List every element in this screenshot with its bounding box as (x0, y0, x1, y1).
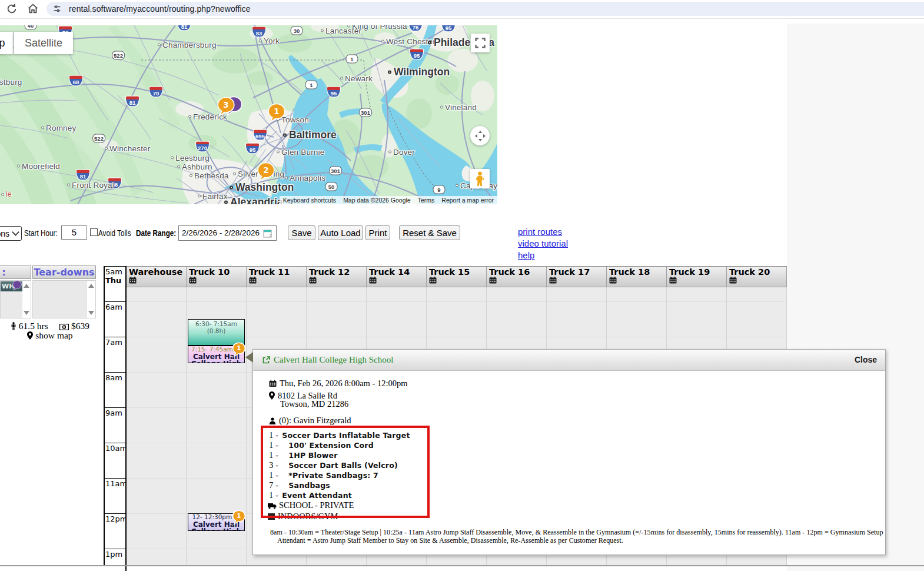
route-shield: 1 (305, 81, 318, 89)
truck-column-header[interactable]: Truck 16 (487, 267, 547, 287)
time-cell: 11am (105, 479, 127, 514)
truck-icon (268, 503, 277, 509)
map-city-label: Ashburn (177, 162, 212, 171)
keyboard-shortcuts-link[interactable]: Keyboard shortcuts (280, 196, 340, 204)
truck-column-header[interactable]: Warehouse (127, 267, 187, 287)
fullscreen-icon[interactable] (471, 34, 490, 52)
teardowns-list[interactable] (32, 280, 96, 318)
map-city-label: Alexandria (224, 196, 282, 205)
start-hour-label: Start Hour: (24, 228, 58, 238)
event-marker-balloon: 1 (231, 342, 247, 360)
datepicker-icon[interactable]: 3 (263, 229, 272, 238)
city-dot (381, 40, 384, 43)
satellite-type-button[interactable]: Satellite (14, 32, 73, 54)
calendar-icon[interactable] (429, 277, 437, 284)
start-hour-input[interactable]: 5 (61, 225, 87, 240)
pegman-icon[interactable] (470, 169, 490, 188)
routing-toolbar: ons Start Hour: 5 Avoid Tolls Date Range… (0, 225, 924, 241)
external-link-icon (262, 356, 270, 364)
home-icon[interactable] (26, 2, 39, 15)
close-button[interactable]: Close (855, 355, 877, 364)
date-range-label: Date Range: (136, 228, 176, 238)
truck-column-header[interactable]: Truck 14 (367, 267, 427, 287)
job-item-wh[interactable]: WH (1, 281, 23, 291)
calendar-icon[interactable] (729, 277, 737, 284)
help-links: print routes video tutorial help (518, 226, 568, 261)
setups-scrollbar[interactable] (22, 281, 31, 318)
calendar-icon[interactable] (489, 277, 497, 284)
help-link[interactable]: help (518, 250, 568, 261)
calendar-icon[interactable] (309, 277, 317, 284)
print-routes-link[interactable]: print routes (518, 226, 568, 238)
video-tutorial-link[interactable]: video tutorial (518, 238, 568, 250)
column-cell[interactable] (127, 266, 187, 566)
avoid-tolls-checkbox[interactable] (90, 228, 98, 236)
auto-load-button[interactable]: Auto Load (318, 225, 363, 240)
calendar-icon[interactable] (669, 277, 677, 284)
report-map-error-link[interactable]: Report a map error (438, 196, 497, 204)
popup-note: 8am - 10:30am = Theater/Stage Setup | 10… (270, 528, 883, 545)
avoid-tolls-label: Avoid Tolls (98, 228, 131, 238)
truck-column-header[interactable]: Truck 20 (727, 267, 787, 287)
date-range-input[interactable]: 2/26/2026 - 2/28/2026 3 (178, 225, 277, 241)
calendar-icon[interactable] (129, 277, 137, 284)
truck-column-header[interactable]: Truck 19 (667, 267, 727, 287)
save-button[interactable]: Save (288, 225, 315, 240)
route-summary: 61.5 hrs 0 $639 show map (0, 321, 100, 340)
route-options-select[interactable]: ons (0, 226, 22, 241)
calendar-icon[interactable] (249, 277, 257, 284)
calendar-icon[interactable] (189, 277, 197, 284)
city-dot (171, 157, 174, 160)
print-button[interactable]: Print (365, 225, 390, 240)
map-data-label: Map data ©2026 Google (340, 196, 414, 204)
show-map-link[interactable]: show map (0, 331, 100, 340)
truck-column-header[interactable]: Truck 11 (247, 267, 307, 287)
city-dot (17, 165, 20, 168)
calendar-icon[interactable] (549, 277, 557, 284)
map-city-label: Baltimore (283, 129, 337, 141)
tab-tear-downs[interactable]: Tear-downs (32, 265, 96, 279)
calendar-icon[interactable] (609, 277, 617, 284)
item-line: 1 - 100' Extension Cord (269, 440, 410, 450)
setups-list[interactable]: WH (0, 280, 31, 318)
popup-items-list: 1 - Soccer Darts Inflatable Target 1 - 1… (269, 430, 410, 500)
city-dot (277, 151, 280, 154)
city-dot (456, 184, 458, 187)
scroll-down-icon (24, 311, 29, 315)
tab-setups[interactable]: : (0, 265, 31, 279)
map-city-label: Chambersburg (158, 41, 217, 49)
city-dot (259, 39, 262, 42)
google-map[interactable]: Frostburg Chambersburg York Lancaster We… (0, 25, 497, 204)
reload-icon[interactable] (5, 2, 18, 15)
time-cell: 9am (105, 408, 127, 443)
truck-column-header[interactable]: Truck 15 (427, 267, 487, 287)
city-dot (177, 165, 180, 168)
url-bar[interactable]: rental.software/myaccount/routing.php?ne… (46, 2, 924, 16)
truck-column-header[interactable]: Truck 17 (547, 267, 607, 287)
truck-column-header[interactable]: Truck 18 (607, 267, 667, 287)
svg-text:1: 1 (237, 512, 241, 519)
map-city-label: Glen Burnie (277, 148, 325, 157)
truck-column-header[interactable]: Truck 10 (187, 267, 247, 287)
item-line: 1 - Soccer Darts Inflatable Target (269, 430, 410, 440)
pan-control-icon[interactable] (470, 126, 490, 145)
map-city-label: Winchester (105, 144, 151, 153)
truck-column-header[interactable]: Truck 12 (307, 267, 367, 287)
site-settings-icon[interactable] (53, 5, 61, 13)
map-marker[interactable]: 1 (267, 103, 287, 127)
time-cell: 8am (105, 373, 127, 408)
map-marker[interactable]: 3 (216, 97, 236, 120)
map-type-button[interactable]: Map (0, 32, 13, 54)
city-dot (233, 172, 236, 175)
terms-link[interactable]: Terms (414, 196, 438, 204)
popup-title-link[interactable]: Calvert Hall College High School (262, 355, 393, 365)
city-dot (440, 106, 443, 109)
event-details-popup: Calvert Hall College High School Close T… (252, 349, 886, 555)
scroll-up-icon (88, 284, 94, 288)
reset-save-button[interactable]: Reset & Save (399, 225, 460, 240)
city-dot (41, 127, 44, 130)
calendar-icon[interactable] (369, 277, 377, 284)
teardowns-scrollbar[interactable] (87, 281, 95, 318)
map-marker[interactable]: 2 (256, 162, 276, 185)
route-shield: 9 (433, 185, 446, 194)
